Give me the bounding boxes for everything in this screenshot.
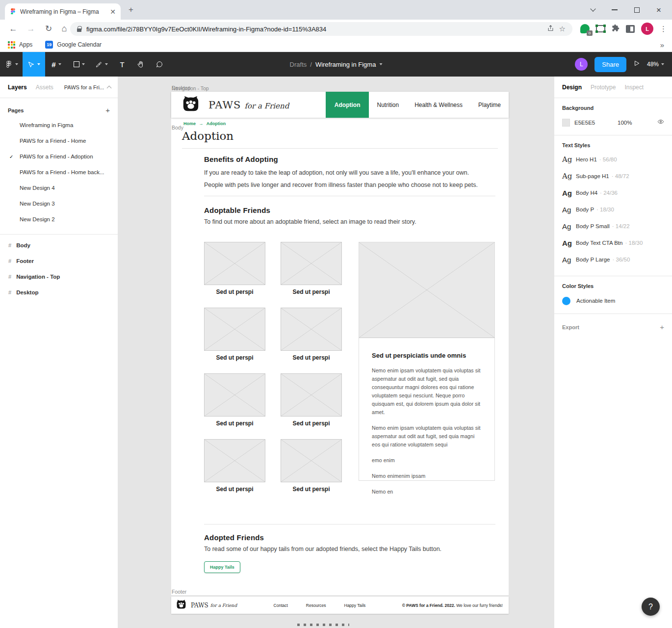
page-item[interactable]: New Design 3 <box>0 196 118 211</box>
image-placeholder[interactable] <box>204 242 265 285</box>
hand-tool-button[interactable] <box>131 52 150 77</box>
page-item[interactable]: PAWS for a Friend - Home back... <box>0 164 118 180</box>
text-style-item[interactable]: Ag Body P 18/30 <box>562 201 664 218</box>
wireframe-footer-frame[interactable]: PAWS for a Friend Contact Resources Happ… <box>171 597 509 614</box>
text-style-item[interactable]: Ag Body P Small 14/22 <box>562 218 664 235</box>
image-placeholder[interactable] <box>204 373 265 417</box>
lock-icon[interactable] <box>77 28 81 32</box>
screenshot-extension-icon[interactable] <box>596 25 605 32</box>
frame-tool-button[interactable]: # <box>45 52 68 77</box>
footer-link-happy-tails[interactable]: Happy Tails <box>344 603 366 608</box>
file-breadcrumb[interactable]: Drafts / Wireframing in Figma <box>290 52 383 77</box>
apps-grid-icon[interactable] <box>8 41 15 49</box>
frame-label-navigation-top[interactable]: Navigation - Top <box>172 85 209 91</box>
image-placeholder[interactable] <box>204 308 265 351</box>
footer-link-resources[interactable]: Resources <box>306 603 326 608</box>
bookmarks-overflow-icon[interactable]: » <box>660 41 664 49</box>
nav-item-playtime[interactable]: Playtime <box>470 92 509 118</box>
wireframe-navigation-frame[interactable]: PAWS for a Friend Adoption Nutrition Hea… <box>171 92 509 118</box>
breadcrumb[interactable]: Home → Adoption <box>183 121 226 126</box>
text-style-item[interactable]: Ag Sub-page H1 48/72 <box>562 168 664 184</box>
tab-layers[interactable]: Layers <box>8 84 27 91</box>
background-hex-value[interactable]: E5E5E5 <box>574 120 605 126</box>
adoptable-card[interactable]: Sed ut perspi <box>204 439 265 493</box>
text-style-item[interactable]: Ag Body H4 24/36 <box>562 184 664 201</box>
zoom-control[interactable]: 48% <box>647 61 664 68</box>
back-icon[interactable]: ← <box>6 20 21 38</box>
main-menu-button[interactable] <box>0 52 23 77</box>
share-button[interactable]: Share <box>594 57 626 72</box>
frame-label-footer[interactable]: Footer <box>172 589 186 595</box>
window-minimize-button[interactable] <box>612 9 618 10</box>
frame-label-body[interactable]: Body <box>172 125 183 131</box>
happy-tails-button[interactable]: Happy Tails <box>204 561 240 573</box>
adoptable-card[interactable]: Sed ut perspi <box>281 308 342 361</box>
canvas[interactable]: Desktop Navigation - Top PAWS for a Frie… <box>118 77 554 628</box>
text-style-item[interactable]: Ag Body Text CTA Btn 18/30 <box>562 235 664 251</box>
present-play-icon[interactable] <box>633 60 640 69</box>
page-item[interactable]: Wireframing in Figma <box>0 117 118 133</box>
tab-assets[interactable]: Assets <box>36 84 53 91</box>
tab-close-icon[interactable]: ✕ <box>110 8 116 16</box>
footer-link-contact[interactable]: Contact <box>274 603 288 608</box>
tab-inspect[interactable]: Inspect <box>624 84 644 91</box>
adoptable-card[interactable]: Sed ut perspi <box>281 242 342 295</box>
adoptable-card[interactable]: Sed ut perspi <box>281 373 342 427</box>
image-placeholder[interactable] <box>281 242 342 285</box>
layer-item-navigation-top[interactable]: # Navigation - Top <box>0 269 118 285</box>
window-close-button[interactable]: × <box>656 6 661 14</box>
move-tool-button[interactable] <box>23 52 45 77</box>
reload-icon[interactable]: ↻ <box>41 20 56 38</box>
page-item[interactable]: PAWS for a Friend - Home <box>0 133 118 149</box>
page-item[interactable]: New Design 4 <box>0 180 118 196</box>
layer-item-body[interactable]: # Body <box>0 237 118 253</box>
text-tool-button[interactable]: T <box>113 52 131 77</box>
image-placeholder[interactable] <box>204 439 265 482</box>
browser-tab[interactable]: Wireframing in Figma – Figma ✕ <box>5 3 121 20</box>
layer-item-footer[interactable]: # Footer <box>0 253 118 269</box>
bookmark-star-icon[interactable]: ☆ <box>559 25 566 33</box>
adoptable-card[interactable]: Sed ut perspi <box>204 242 265 295</box>
breadcrumb-folder[interactable]: Drafts <box>290 61 307 68</box>
calendar-icon[interactable]: 19 <box>45 41 53 49</box>
file-name[interactable]: Wireframing in Figma <box>315 61 376 68</box>
add-page-icon[interactable]: + <box>105 106 110 114</box>
browser-menu-icon[interactable]: ⋮ <box>660 25 667 33</box>
image-placeholder-large[interactable] <box>359 242 494 338</box>
breadcrumb-home[interactable]: Home <box>183 121 196 126</box>
url-text[interactable]: figma.com/file/2i78BYY0Ig9v7EeOct0KII/Wi… <box>86 26 542 33</box>
chevron-down-icon[interactable] <box>379 63 382 65</box>
add-export-icon[interactable]: + <box>660 323 664 331</box>
text-style-item[interactable]: Ag Body P Large 36/50 <box>562 251 664 268</box>
adoptable-card[interactable]: Sed ut perspi <box>204 308 265 361</box>
help-button[interactable]: ? <box>642 598 660 616</box>
bookmark-google-calendar[interactable]: Google Calendar <box>57 41 102 48</box>
visibility-eye-icon[interactable] <box>657 118 664 127</box>
home-icon[interactable]: ⌂ <box>57 20 72 38</box>
figma-user-avatar[interactable]: L <box>575 58 588 71</box>
story-card[interactable]: Sed ut perspiciatis unde omnis Nemo enim… <box>359 242 495 481</box>
adoptable-card[interactable]: Sed ut perspi <box>204 373 265 427</box>
bookmark-apps[interactable]: Apps <box>19 41 32 48</box>
text-style-item[interactable]: Ag Hero H1 56/80 <box>562 151 664 168</box>
tab-design[interactable]: Design <box>562 84 582 91</box>
tab-prototype[interactable]: Prototype <box>591 84 616 91</box>
image-placeholder[interactable] <box>281 373 342 417</box>
forward-icon[interactable]: → <box>24 20 38 38</box>
share-page-icon[interactable] <box>547 25 554 34</box>
color-style-item[interactable]: Actionable Item <box>562 296 664 306</box>
page-item[interactable]: New Design 2 <box>0 211 118 227</box>
new-tab-button[interactable]: + <box>129 5 133 15</box>
file-dropdown[interactable]: PAWS for a Fri... <box>64 84 111 90</box>
image-placeholder[interactable] <box>281 308 342 351</box>
comment-tool-button[interactable] <box>150 52 169 77</box>
extension-green-icon[interactable]: 0 <box>580 24 590 33</box>
export-section[interactable]: Export + <box>554 314 672 340</box>
nav-item-health-wellness[interactable]: Health & Wellness <box>407 92 470 118</box>
nav-item-adoption[interactable]: Adoption <box>326 92 369 118</box>
browser-profile-avatar[interactable]: L <box>641 23 653 35</box>
adoptable-card[interactable]: Sed ut perspi <box>281 439 342 493</box>
page-item-selected[interactable]: ✓ PAWS for a Friend - Adoption <box>0 149 118 164</box>
background-opacity-value[interactable]: 100% <box>618 120 657 126</box>
image-placeholder[interactable] <box>281 439 342 482</box>
